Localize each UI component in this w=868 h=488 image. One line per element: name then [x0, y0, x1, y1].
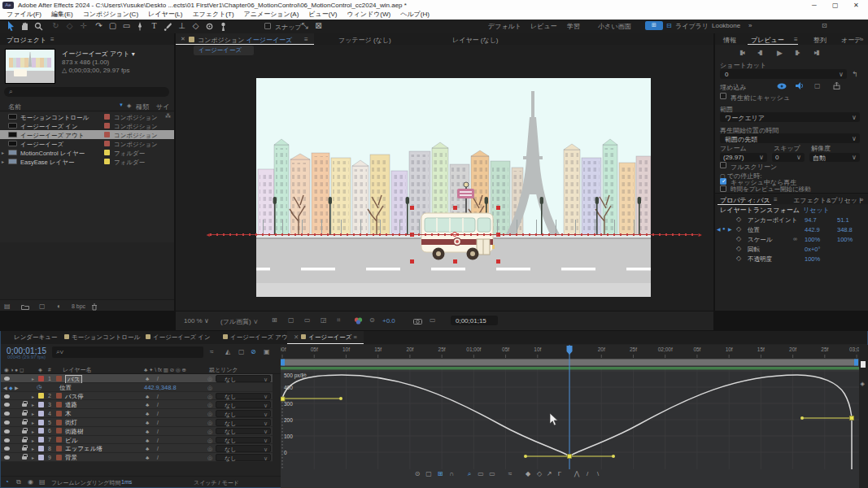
graph-auto-bezier-icon[interactable]: \ — [593, 470, 603, 477]
snap-checkbox[interactable] — [264, 23, 271, 29]
layer-row-8[interactable]: ▸8エッフェル塔♣/◎なし∨ — [1, 444, 273, 453]
project-item[interactable]: イージーイーズ アウトコンポジション — [0, 130, 174, 139]
motion-blur-icon[interactable]: ▣ — [264, 348, 270, 355]
menu-5[interactable]: アニメーション(A) — [244, 10, 299, 19]
include-overlays-icon[interactable]: ▢ — [814, 82, 821, 89]
graph-show-graph-icon[interactable]: ⊞ — [435, 470, 445, 477]
menu-4[interactable]: エフェクト(T) — [192, 10, 233, 19]
comp-time-display[interactable]: 0;00;01;15 — [451, 316, 498, 325]
workspace-tab-3[interactable]: 小さい画面 — [598, 22, 630, 31]
graph-fit-selection-icon[interactable]: ▭ — [476, 470, 486, 477]
graph-separate-dims-icon[interactable]: ⊙ — [412, 470, 422, 477]
menu-7[interactable]: ウィンドウ(W) — [347, 10, 390, 19]
trash-icon[interactable] — [91, 303, 98, 311]
frame-blend-icon[interactable]: ⊘ — [251, 348, 256, 355]
menu-8[interactable]: ヘルプ(H) — [400, 10, 430, 19]
layer-prop-row[interactable]: ◀◆▶◷位置442.9,348.8◎ — [1, 383, 273, 392]
workspace-tab-0[interactable]: デフォルト — [488, 22, 521, 31]
selection-handle[interactable] — [496, 206, 500, 210]
project-item[interactable]: モーションコントロールコンポジション⁂ — [0, 112, 174, 121]
include-export-icon[interactable] — [833, 82, 840, 89]
menu-1[interactable]: 編集(E) — [51, 10, 73, 19]
comp-viewer-subtab[interactable]: イージーイーズ — [194, 46, 254, 55]
comp-new-icon[interactable]: ▢ — [39, 303, 46, 310]
selection-handle[interactable] — [410, 206, 414, 210]
graph-hold-icon[interactable]: ⋀ — [572, 470, 582, 477]
fullscreen-checkbox[interactable] — [720, 162, 726, 168]
pen-tool[interactable] — [136, 22, 144, 31]
panel-overflow-icon[interactable]: » — [860, 36, 863, 43]
graph-show-props-icon[interactable]: ▢ — [424, 470, 434, 477]
mask-tool[interactable]: ▢ — [107, 21, 118, 31]
zoom-tool[interactable] — [34, 22, 43, 31]
layer-row-4[interactable]: ▸4木♣/◎なし∨ — [1, 409, 273, 418]
rotobrush-tool[interactable] — [205, 22, 214, 31]
drive-icon[interactable]: ▤ — [39, 478, 46, 486]
first-frame-button[interactable]: ▮◂ — [739, 49, 743, 56]
graph-ease-out-icon[interactable]: Γ — [555, 470, 565, 477]
graph-autozoom-icon[interactable]: ⌕ — [465, 470, 474, 478]
sort-arrow-icon[interactable]: ▼ — [119, 102, 124, 107]
selection-handle[interactable] — [453, 206, 457, 210]
show-snapshot-icon[interactable]: ▭ — [430, 316, 436, 324]
graph-linear-icon[interactable]: / — [582, 470, 592, 477]
comp-viewport[interactable] — [256, 78, 651, 297]
resolution-select[interactable]: 自動∨ — [809, 153, 860, 162]
tab-info[interactable]: 情報 — [723, 36, 736, 45]
rotate-tool[interactable]: ↻ — [50, 21, 61, 31]
maximize-button[interactable]: ▢ — [832, 2, 839, 9]
preview-menu-icon[interactable]: ≡ — [794, 36, 798, 43]
timeline-tab-0[interactable]: レンダーキュー — [7, 331, 63, 344]
menu-6[interactable]: ビュー(V) — [308, 10, 337, 19]
label-col-icon[interactable]: ◈ — [127, 102, 131, 109]
graph-editor[interactable]: 00f05f10f15f20f25f01;00f05f10f20f25f02;0… — [281, 345, 868, 488]
property-row-4[interactable]: ◇不透明度100% — [715, 254, 868, 264]
selection-handle[interactable] — [410, 259, 414, 264]
next-frame-button[interactable]: ▮▸ — [795, 49, 798, 56]
graph-snap-icon[interactable]: ∩ — [447, 470, 456, 477]
workspace-tab-1[interactable]: レビュー — [530, 22, 557, 31]
prev-frame-button[interactable]: ◂▮ — [757, 49, 761, 56]
graph-add-keyframe-icon[interactable]: ◆ — [523, 470, 533, 477]
tab-layer[interactable]: レイヤー (なし) — [452, 36, 499, 45]
comp-tab-close-icon[interactable]: ✕ — [181, 36, 185, 42]
project-tab-menu-icon[interactable]: ≡ — [50, 36, 55, 43]
menu-3[interactable]: レイヤー(L) — [148, 10, 182, 19]
layer-row-6[interactable]: ▸6街路樹♣/◎なし∨ — [1, 427, 273, 436]
puppet-tool[interactable] — [219, 22, 228, 31]
layer-row-2[interactable]: ▸2バス停♣/◎なし∨ — [1, 392, 273, 401]
pan-behind-tool[interactable]: ✛ — [78, 21, 89, 31]
reset-shortcut-icon[interactable]: ↰ — [852, 70, 858, 78]
col-layer-name[interactable]: レイヤー名 — [63, 366, 92, 374]
minimize-button[interactable]: ─ — [812, 2, 817, 9]
shortcut-select[interactable]: 0 ∨ — [720, 69, 847, 79]
workspace-tab-4[interactable]: ライブラリ — [675, 22, 709, 31]
snap1-icon[interactable]: ⤡ — [299, 21, 310, 31]
play-cached-checkbox[interactable] — [720, 178, 726, 185]
project-item[interactable]: ▸EasyEase レイヤーフォルダー — [0, 157, 174, 166]
project-comp-name[interactable]: イージーイーズ アウト ▾ — [62, 50, 135, 59]
channel-icon[interactable] — [354, 317, 363, 325]
tab-project[interactable]: プロジェクト — [7, 36, 46, 45]
properties-overflow-icon[interactable]: » — [860, 196, 863, 203]
play-from-select[interactable]: 範囲の先頭 ∨ — [720, 133, 860, 143]
tab-composition[interactable]: コンポジション イージーイーズ — [198, 36, 292, 45]
workspace-tab-5[interactable]: Lookbone — [712, 22, 740, 29]
hand-tool[interactable] — [20, 22, 29, 31]
tab-align[interactable]: 整列 — [813, 36, 827, 45]
transform-group-label[interactable]: レイヤートランスフォーム — [720, 206, 800, 215]
skip-select[interactable]: 0∨ — [772, 153, 805, 162]
project-item[interactable]: ▸MotionControl レイヤーフォルダー — [0, 148, 174, 157]
graph-fit-all-icon[interactable]: ▭ — [487, 470, 497, 477]
brush-tool[interactable] — [164, 22, 172, 31]
snapshot-icon[interactable] — [413, 318, 422, 325]
timeline-tab-2[interactable]: イージーイーズ イン — [139, 331, 217, 344]
tab-footage[interactable]: フッテージ (なし) — [338, 36, 391, 45]
workspace-search-icon[interactable]: ⊡ — [822, 22, 827, 29]
move-time-checkbox[interactable] — [720, 185, 726, 192]
workspace-tab-6[interactable]: » — [748, 22, 752, 29]
stamp-tool[interactable]: ⊥ — [177, 21, 187, 31]
layer-row-5[interactable]: ▸5街灯♣/◎なし∨ — [1, 418, 273, 427]
project-item[interactable]: イージーイーズ インコンポジション — [0, 121, 174, 130]
switch-mode-button[interactable]: スイッチ / モード — [194, 479, 239, 487]
